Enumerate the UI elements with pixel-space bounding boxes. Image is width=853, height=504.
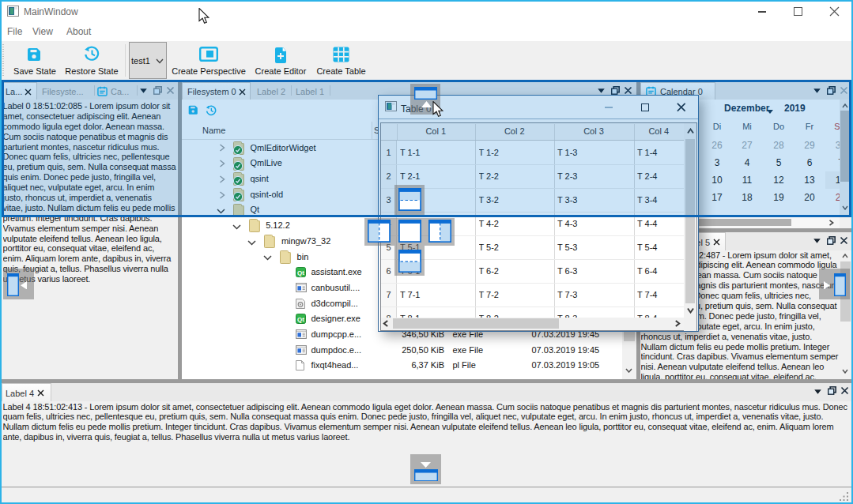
svg-text:Qt: Qt — [297, 269, 304, 276]
svg-text:Qt: Qt — [297, 316, 304, 323]
